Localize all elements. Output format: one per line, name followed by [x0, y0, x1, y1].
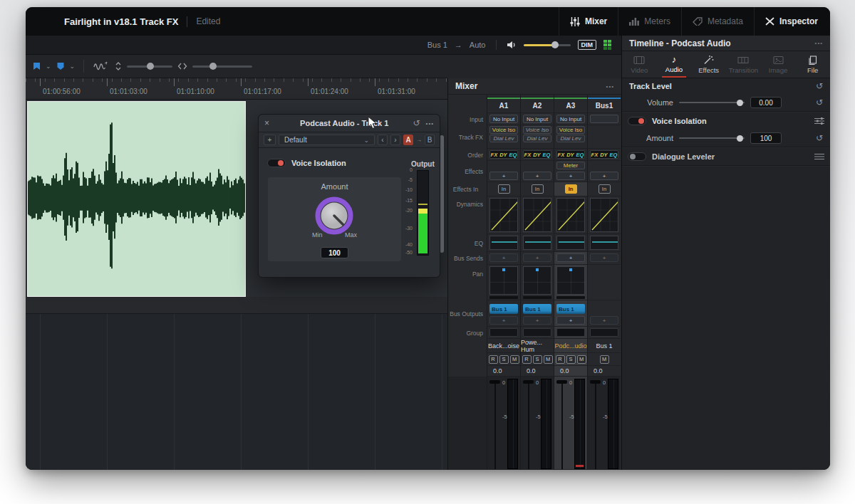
input-selector[interactable]: No Input	[489, 115, 518, 123]
customize-icon[interactable]	[814, 117, 824, 125]
track-name[interactable]: Powe... Hum	[521, 339, 554, 353]
reset-icon[interactable]: ↺	[816, 133, 823, 143]
effects-in-button[interactable]: In	[598, 184, 611, 194]
effects-in-button[interactable]: In	[532, 184, 544, 194]
marker-icon[interactable]	[56, 62, 65, 70]
metadata-toggle-button[interactable]: Metadata	[681, 7, 754, 36]
order-cell[interactable]: FXDYEQ	[556, 150, 585, 159]
add-bus-output-button[interactable]: +	[523, 316, 551, 325]
voice-isolation-toggle[interactable]	[628, 117, 646, 125]
reset-icon[interactable]: ↺	[816, 98, 823, 107]
control-room-meter-icon[interactable]	[603, 40, 611, 50]
group-cell[interactable]	[590, 328, 618, 337]
timeline-ruler[interactable]: 01:00:56:00 01:01:03:00 01:01:10:00 01:0…	[26, 78, 447, 100]
add-bus-send-button[interactable]: +	[489, 253, 518, 262]
monitor-volume-slider[interactable]	[524, 44, 571, 46]
slider-handle[interactable]	[737, 135, 743, 142]
plugin-header[interactable]: × Podcast Audio - Track 1 ↺ •••	[259, 115, 440, 132]
volume-value[interactable]: 0.00	[750, 97, 782, 108]
dim-button[interactable]: DIM	[578, 40, 597, 50]
voice-isolation-toggle[interactable]	[267, 159, 286, 167]
channel-label[interactable]: A2	[521, 98, 554, 113]
solo-button[interactable]: S	[499, 355, 509, 364]
preset-dropdown[interactable]: Default⌄	[279, 135, 375, 145]
dynamics-graph[interactable]	[590, 198, 618, 232]
amount-value[interactable]: 100	[321, 247, 348, 258]
trackfx-dialogue-leveler[interactable]: Dial Lev	[523, 135, 551, 142]
trackfx-voice-iso[interactable]: Voice Iso	[523, 126, 551, 134]
tab-transition[interactable]: Transition	[726, 51, 761, 78]
dynamics-graph[interactable]	[489, 198, 518, 232]
dialogue-leveler-toggle[interactable]	[628, 152, 646, 161]
mute-button[interactable]: M	[544, 355, 553, 364]
eq-graph[interactable]	[523, 236, 551, 250]
channel-fader[interactable]: 0-5	[521, 377, 554, 470]
mute-button[interactable]: M	[510, 355, 519, 364]
channel-fader[interactable]: 0-5	[487, 377, 520, 470]
record-arm-button[interactable]: R	[522, 355, 532, 364]
add-preset-button[interactable]: +	[264, 135, 276, 145]
close-icon[interactable]: ×	[264, 118, 276, 128]
bus-output-assignment[interactable]: Bus 1	[489, 304, 518, 314]
add-effect-button[interactable]: +	[556, 172, 585, 180]
group-cell[interactable]	[523, 328, 551, 337]
track-name[interactable]: Back...oise	[487, 339, 520, 353]
waveform-zoom-icon[interactable]	[93, 61, 110, 72]
tab-effects[interactable]: Effects	[691, 51, 726, 78]
add-effect-button[interactable]: +	[590, 172, 618, 180]
mixer-toggle-button[interactable]: Mixer	[559, 7, 618, 36]
input-selector[interactable]	[590, 115, 618, 123]
volume-slider[interactable]	[679, 102, 745, 103]
flag-chevron-icon[interactable]: ⌄	[46, 63, 51, 70]
channel-label[interactable]: A1	[487, 98, 520, 113]
add-bus-send-button[interactable]: +	[523, 253, 551, 262]
mixer-channel-bus1[interactable]: Bus1 FXDYEQ + In + + Bus 1 M 0.0 0-5	[587, 95, 621, 470]
add-effect-button[interactable]: +	[489, 172, 518, 180]
add-bus-output-button[interactable]: +	[489, 316, 518, 325]
slider-handle[interactable]	[209, 63, 217, 70]
order-cell[interactable]: FXDYEQ	[523, 150, 551, 159]
tab-file[interactable]: File	[795, 51, 830, 78]
add-bus-send-button[interactable]: +	[590, 253, 618, 262]
tab-video[interactable]: Video	[622, 51, 657, 78]
inspector-options-icon[interactable]: •••	[815, 40, 823, 46]
horizontal-zoom-slider[interactable]	[192, 65, 252, 68]
audio-clip[interactable]	[27, 101, 246, 297]
trackfx-dialogue-leveler[interactable]: Dial Lev	[489, 135, 518, 142]
group-cell[interactable]	[489, 328, 518, 337]
reset-icon[interactable]: ↺	[413, 118, 420, 128]
mute-button[interactable]: M	[577, 355, 586, 364]
order-cell[interactable]: FXDYEQ	[590, 150, 618, 159]
pan-control[interactable]	[556, 266, 585, 295]
speaker-icon[interactable]	[507, 41, 517, 49]
ab-compare-b-button[interactable]: B	[425, 135, 435, 145]
eq-graph[interactable]	[590, 236, 618, 250]
horizontal-zoom-icon[interactable]	[177, 63, 187, 70]
record-arm-button[interactable]: R	[489, 355, 498, 364]
mixer-options-icon[interactable]: •••	[606, 83, 614, 90]
trackfx-voice-iso[interactable]: Voice Iso	[556, 126, 585, 134]
pan-control[interactable]	[489, 266, 518, 295]
vertical-zoom-slider[interactable]	[127, 65, 172, 68]
add-effect-button[interactable]: +	[523, 172, 551, 180]
eq-graph[interactable]	[489, 236, 518, 250]
plugin-window[interactable]: × Podcast Audio - Track 1 ↺ ••• + Defaul…	[258, 114, 440, 278]
mixer-channel-a1[interactable]: A1 No Input Voice IsoDial Lev FXDYEQ + I…	[487, 95, 520, 470]
trackfx-voice-iso[interactable]: Voice Iso	[489, 126, 518, 134]
tab-image[interactable]: Image	[761, 51, 796, 78]
monitor-mode-label[interactable]: Auto	[470, 41, 486, 49]
prev-preset-button[interactable]: ‹	[378, 135, 388, 145]
mixer-channel-a2[interactable]: A2 No Input Voice IsoDial Lev FXDYEQ + I…	[520, 95, 554, 470]
solo-button[interactable]: S	[533, 355, 542, 364]
add-bus-output-button[interactable]: +	[556, 316, 585, 325]
amount-slider[interactable]	[679, 137, 745, 139]
reset-icon[interactable]: ↺	[816, 81, 823, 91]
add-bus-output-button[interactable]: +	[590, 316, 618, 325]
inspector-toggle-button[interactable]: Inspector	[754, 7, 829, 36]
solo-button[interactable]: S	[566, 355, 576, 364]
bus-output-assignment[interactable]: Bus 1	[523, 304, 551, 314]
channel-fader[interactable]: 0-5	[588, 377, 621, 470]
amount-value[interactable]: 100	[750, 132, 782, 144]
mute-button[interactable]: M	[600, 355, 609, 364]
bus-output-assignment[interactable]: Bus 1	[556, 304, 585, 314]
